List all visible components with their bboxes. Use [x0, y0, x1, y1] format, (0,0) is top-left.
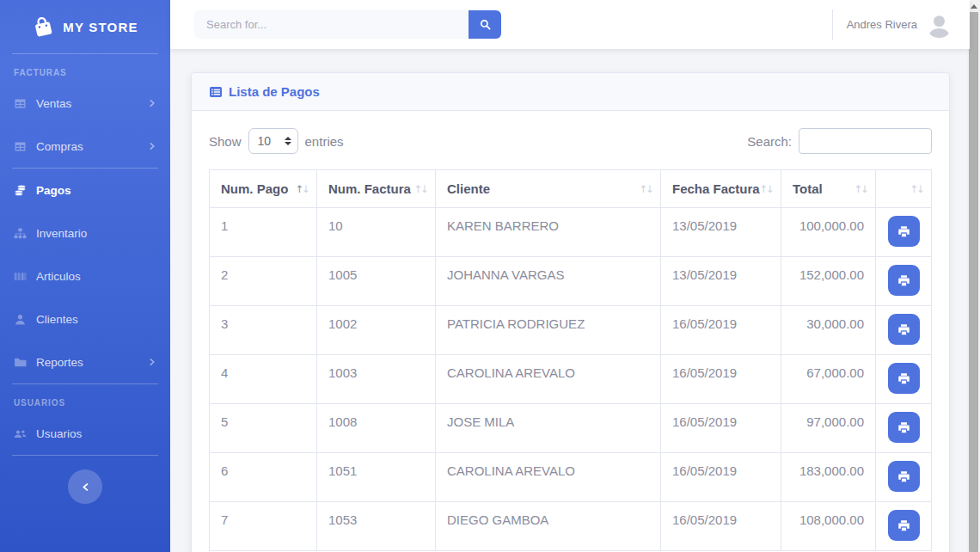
cell-num-pago: 5 [210, 404, 317, 453]
sidebar-item-label: Usuarios [36, 427, 156, 440]
coins-icon [14, 184, 27, 197]
sidebar-item-reportes[interactable]: Reportes [0, 340, 170, 383]
sidebar: MY STORE FACTURASVentasComprasPagosInven… [0, 0, 170, 552]
brand[interactable]: MY STORE [0, 0, 170, 53]
table-icon [14, 140, 27, 153]
column-header-label: Total [793, 181, 823, 196]
card-header: Lista de Pagos [192, 73, 949, 111]
printer-icon [897, 323, 910, 336]
sidebar-item-label: Pagos [36, 184, 156, 197]
cell-num-factura: 1053 [317, 502, 436, 551]
cell-total: 30,000.00 [781, 306, 876, 355]
nav-section-heading: USUARIOS [0, 384, 170, 412]
brand-name: MY STORE [63, 20, 138, 34]
sidebar-item-compras[interactable]: Compras [0, 125, 170, 168]
sidebar-item-clientes[interactable]: Clientes [0, 297, 170, 340]
topbar-search-button[interactable] [469, 10, 501, 39]
scrollbar-thumb[interactable] [969, 12, 978, 552]
cell-action [876, 355, 932, 404]
cell-action [876, 453, 932, 502]
sidebar-item-label: Articulos [36, 270, 156, 283]
table-controls: Show 10 entries Search: [209, 128, 932, 154]
column-header-label: Fecha Factura [672, 181, 760, 196]
cell-num-pago: 2 [210, 257, 317, 306]
print-button[interactable] [888, 314, 920, 345]
cell-num-factura: 1051 [317, 453, 436, 502]
cell-total: 97,000.00 [781, 404, 876, 453]
column-header-total[interactable]: Total↑↓ [781, 170, 876, 208]
table-search-input[interactable] [799, 128, 932, 154]
chevron-right-icon [148, 99, 156, 107]
table-row: 4 1003 CAROLINA AREVALO 16/05/2019 67,00… [210, 355, 932, 404]
search-icon [480, 19, 491, 30]
entries-select[interactable]: 10 [248, 128, 298, 154]
cell-num-pago: 6 [210, 453, 317, 502]
printer-icon [897, 470, 910, 483]
sidebar-nav: FACTURASVentasComprasPagosInventarioArti… [0, 54, 170, 456]
cell-action [876, 404, 932, 453]
cell-action [876, 502, 932, 551]
shopping-bag-icon [30, 13, 57, 40]
barcode-icon [14, 270, 27, 283]
sidebar-item-articulos[interactable]: Articulos [0, 255, 170, 297]
person-icon [926, 11, 952, 38]
column-header-action[interactable]: ↑↓ [876, 170, 932, 208]
cell-fecha-factura: 13/05/2019 [661, 257, 781, 306]
sidebar-collapse-button[interactable] [68, 469, 102, 504]
cell-num-factura: 1002 [317, 306, 436, 355]
divider [832, 9, 833, 40]
topbar-search-input[interactable] [194, 10, 469, 39]
sidebar-item-label: Compras [36, 140, 138, 153]
cell-cliente: DIEGO GAMBOA [436, 502, 661, 551]
sort-arrows-icon: ↑↓ [296, 183, 309, 195]
cell-num-factura: 1008 [317, 404, 436, 453]
cell-num-pago: 1 [210, 208, 317, 257]
column-header-fecha-factura[interactable]: Fecha Factura↑↓ [661, 170, 781, 208]
chevron-left-icon [81, 482, 90, 492]
print-button[interactable] [888, 265, 920, 296]
print-button[interactable] [888, 363, 920, 394]
sidebar-item-usuarios[interactable]: Usuarios [0, 412, 170, 455]
sidebar-item-inventario[interactable]: Inventario [0, 212, 170, 255]
column-header-num-pago[interactable]: Num. Pago↑↓ [210, 170, 317, 208]
cell-cliente: KAREN BARRERO [436, 208, 661, 257]
table-row: 1 10 KAREN BARRERO 13/05/2019 100,000.00 [210, 208, 932, 257]
cell-total: 108,000.00 [781, 502, 876, 551]
browser-scrollbar[interactable] [967, 0, 980, 552]
print-button[interactable] [888, 461, 920, 492]
print-button[interactable] [888, 510, 920, 541]
column-header-label: Num. Factura [328, 181, 411, 196]
cell-cliente: CAROLINA AREVALO [436, 355, 661, 404]
cell-cliente: CAROLINA AREVALO [436, 453, 661, 502]
cell-fecha-factura: 16/05/2019 [661, 404, 781, 453]
sidebar-item-label: Inventario [36, 227, 156, 240]
page-content: Lista de Pagos Show 10 entries [170, 49, 970, 552]
column-header-num-factura[interactable]: Num. Factura↑↓ [317, 170, 436, 208]
print-button[interactable] [888, 216, 920, 247]
cell-num-pago: 3 [210, 306, 317, 355]
cell-cliente: JOSE MILA [436, 404, 661, 453]
chevron-right-icon [148, 142, 156, 150]
entries-select-wrap: 10 [248, 128, 298, 154]
column-header-cliente[interactable]: Cliente↑↓ [436, 170, 661, 208]
table-row: 6 1051 CAROLINA AREVALO 16/05/2019 183,0… [210, 453, 932, 502]
cell-num-pago: 4 [210, 355, 317, 404]
cell-fecha-factura: 16/05/2019 [661, 355, 781, 404]
cell-fecha-factura: 16/05/2019 [661, 453, 781, 502]
sort-arrows-icon: ↑↓ [640, 183, 652, 195]
nav-section-heading: FACTURAS [0, 54, 170, 82]
avatar[interactable] [926, 11, 952, 38]
pagos-table: Num. Pago↑↓Num. Factura↑↓Cliente↑↓Fecha … [209, 169, 932, 551]
user-name[interactable]: Andres Rivera [847, 18, 917, 31]
print-button[interactable] [888, 412, 920, 443]
sort-arrows-icon: ↑↓ [414, 183, 427, 195]
cell-action [876, 306, 932, 355]
cell-action [876, 257, 932, 306]
list-icon [209, 85, 223, 99]
page-title: Lista de Pagos [229, 84, 320, 99]
table-row: 2 1005 JOHANNA VARGAS 13/05/2019 152,000… [210, 257, 932, 306]
user-icon [14, 313, 27, 326]
sidebar-item-ventas[interactable]: Ventas [0, 82, 170, 125]
sidebar-item-pagos[interactable]: Pagos [0, 169, 170, 212]
printer-icon [897, 274, 910, 287]
